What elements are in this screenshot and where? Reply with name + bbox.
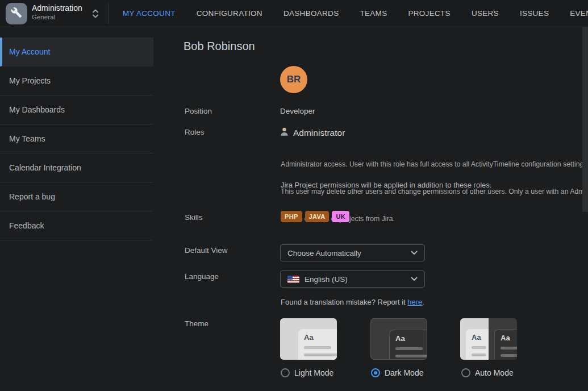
theme-card-auto[interactable]: Aa Aa bbox=[460, 318, 517, 360]
app-subtitle: General bbox=[32, 14, 82, 21]
page: Administration General MY ACCOUNT CONFIG… bbox=[0, 0, 588, 391]
nav-configuration[interactable]: CONFIGURATION bbox=[197, 9, 262, 18]
report-translation-link[interactable]: here bbox=[407, 298, 422, 306]
role-name: Administrator bbox=[293, 128, 345, 138]
theme-label: Theme bbox=[185, 319, 208, 328]
language-value: English (US) bbox=[305, 275, 411, 284]
top-nav-menu: MY ACCOUNT CONFIGURATION DASHBOARDS TEAM… bbox=[123, 0, 588, 27]
skill-badge-uk: UK bbox=[332, 211, 349, 222]
chevron-up-icon bbox=[93, 9, 98, 13]
nav-events[interactable]: EVENTS bbox=[570, 9, 588, 18]
radio-light-mode[interactable] bbox=[281, 368, 290, 377]
theme-preview-panel: Aa bbox=[494, 329, 517, 360]
theme-option-dark[interactable]: Dark Mode bbox=[371, 368, 423, 377]
theme-preview-panel: Aa bbox=[466, 329, 489, 360]
sidebar-item-calendar-integration[interactable]: Calendar Integration bbox=[0, 153, 153, 182]
role-description-line: Administrator access. User with this rol… bbox=[281, 160, 588, 169]
theme-preview-bar bbox=[501, 347, 517, 350]
wrench-icon bbox=[11, 7, 22, 20]
sidebar-item-my-teams[interactable]: My Teams bbox=[0, 124, 153, 153]
sidebar-item-feedback[interactable]: Feedback bbox=[0, 211, 153, 240]
theme-preview-panel: Aa bbox=[298, 329, 337, 360]
theme-card-light[interactable]: Aa bbox=[280, 318, 337, 360]
language-label: Language bbox=[185, 272, 219, 281]
theme-preview-bar bbox=[395, 347, 423, 350]
us-flag-icon bbox=[287, 276, 299, 283]
translation-note: Found a translation mistake? Report it h… bbox=[281, 298, 424, 306]
radio-label-light: Light Mode bbox=[294, 368, 333, 377]
theme-preview-text: Aa bbox=[472, 333, 489, 342]
radio-label-dark: Dark Mode bbox=[385, 368, 423, 377]
theme-option-light[interactable]: Light Mode bbox=[281, 368, 333, 377]
theme-preview-text: Aa bbox=[501, 334, 517, 342]
theme-option-auto[interactable]: Auto Mode bbox=[461, 368, 514, 377]
sidebar: My Account My Projects My Dashboards My … bbox=[0, 27, 153, 240]
default-view-label: Default View bbox=[185, 246, 228, 255]
theme-card-dark[interactable]: Aa bbox=[370, 318, 427, 360]
theme-preview-bar bbox=[395, 355, 427, 357]
sidebar-item-report-a-bug[interactable]: Report a bug bbox=[0, 182, 153, 211]
language-select[interactable]: English (US) bbox=[280, 271, 425, 288]
chevron-down-icon bbox=[411, 251, 418, 255]
theme-preview-bar bbox=[304, 346, 331, 349]
theme-preview-bar bbox=[501, 354, 517, 357]
nav-projects[interactable]: PROJECTS bbox=[408, 9, 450, 18]
skills-label: Skills bbox=[185, 213, 203, 222]
skills-list: PHP JAVA UK bbox=[281, 211, 349, 222]
sidebar-item-my-account[interactable]: My Account bbox=[0, 38, 153, 66]
role-description: Administrator access. User with this rol… bbox=[281, 142, 588, 242]
theme-preview-text: Aa bbox=[304, 333, 337, 342]
roles-label: Roles bbox=[185, 128, 205, 136]
user-icon bbox=[280, 127, 289, 139]
chevron-down-icon bbox=[93, 14, 98, 18]
translation-note-text: Found a translation mistake? Report it bbox=[281, 298, 407, 306]
theme-preview-bar bbox=[304, 353, 337, 356]
position-label: Position bbox=[185, 107, 212, 115]
radio-label-auto: Auto Mode bbox=[475, 368, 514, 377]
sidebar-item-my-dashboards[interactable]: My Dashboards bbox=[0, 95, 153, 124]
nav-teams[interactable]: TEAMS bbox=[360, 9, 387, 18]
theme-preview-bar bbox=[472, 353, 486, 356]
role-note: Jira Project permissions will be applied… bbox=[281, 181, 491, 189]
nav-users[interactable]: USERS bbox=[472, 9, 499, 18]
theme-preview-bar bbox=[472, 346, 486, 349]
page-title: Bob Robinson bbox=[184, 40, 255, 53]
topbar-divider bbox=[108, 3, 109, 24]
role-entry: Administrator bbox=[280, 127, 345, 139]
vertical-scrollbar[interactable] bbox=[582, 27, 588, 212]
radio-auto-mode[interactable] bbox=[461, 368, 470, 377]
app-switcher-button[interactable] bbox=[91, 7, 99, 20]
app-title-block: Administration General bbox=[32, 3, 82, 21]
position-value: Developer bbox=[280, 107, 315, 115]
skill-badge-php: PHP bbox=[281, 211, 302, 222]
theme-auto-light-half: Aa bbox=[460, 318, 489, 360]
nav-dashboards[interactable]: DASHBOARDS bbox=[283, 9, 339, 18]
nav-issues[interactable]: ISSUES bbox=[520, 9, 549, 18]
administration-app-button[interactable] bbox=[6, 3, 27, 24]
nav-my-account[interactable]: MY ACCOUNT bbox=[123, 9, 176, 18]
sidebar-item-my-projects[interactable]: My Projects bbox=[0, 66, 153, 95]
default-view-select[interactable]: Choose Automatically bbox=[280, 244, 425, 261]
theme-auto-dark-half: Aa bbox=[489, 318, 517, 360]
chevron-down-icon bbox=[411, 277, 418, 281]
top-navigation-bar: Administration General MY ACCOUNT CONFIG… bbox=[0, 0, 588, 27]
theme-preview-panel: Aa bbox=[389, 330, 427, 360]
radio-dark-mode[interactable] bbox=[371, 368, 380, 377]
skill-badge-java: JAVA bbox=[305, 211, 330, 222]
avatar[interactable]: BR bbox=[280, 66, 307, 93]
theme-preview-text: Aa bbox=[395, 334, 427, 343]
app-title: Administration bbox=[32, 3, 82, 13]
translation-note-period: . bbox=[422, 298, 424, 306]
default-view-value: Choose Automatically bbox=[287, 249, 411, 257]
